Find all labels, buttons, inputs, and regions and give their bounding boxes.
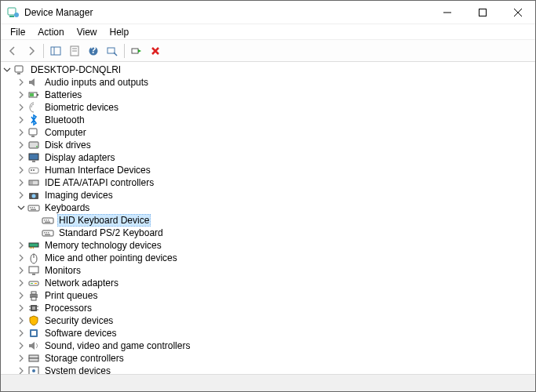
svg-rect-73	[29, 358, 38, 361]
category-monitor[interactable]: Monitors	[1, 264, 535, 277]
svg-rect-59	[31, 283, 33, 284]
back-button[interactable]	[4, 42, 21, 60]
expand-icon[interactable]	[15, 302, 27, 314]
close-button[interactable]	[500, 1, 535, 24]
expand-icon[interactable]	[15, 89, 27, 101]
menu-file[interactable]: File	[4, 25, 31, 39]
expand-icon[interactable]	[15, 151, 27, 164]
scan-hardware-button[interactable]	[104, 42, 121, 60]
node-label: Standard PS/2 Keyboard	[57, 227, 165, 238]
expand-icon[interactable]	[15, 176, 27, 189]
svg-rect-37	[32, 207, 34, 209]
svg-rect-47	[46, 232, 48, 234]
category-bt[interactable]: Bluetooth	[1, 114, 535, 126]
svg-rect-51	[30, 247, 31, 249]
separator	[43, 44, 44, 58]
expand-icon[interactable]	[15, 239, 27, 252]
expand-icon[interactable]	[15, 114, 27, 126]
node-label: Keyboards	[43, 202, 91, 213]
expand-icon[interactable]	[15, 139, 27, 151]
uninstall-device-button[interactable]	[147, 42, 164, 60]
category-hid[interactable]: Human Interface Devices	[1, 164, 535, 176]
category-mouse[interactable]: Mice and other pointing devices	[1, 252, 535, 264]
svg-rect-26	[32, 161, 35, 162]
category-sys[interactable]: System devices	[1, 365, 535, 374]
node-label: Biometric devices	[43, 102, 120, 113]
svg-point-2	[14, 13, 19, 17]
expand-icon[interactable]	[15, 126, 27, 139]
expand-icon[interactable]	[15, 314, 27, 327]
expand-icon[interactable]	[15, 365, 27, 374]
svg-rect-62	[31, 292, 36, 294]
category-kb[interactable]: Keyboards	[1, 201, 535, 214]
node-label: Memory technology devices	[43, 240, 163, 251]
category-pc[interactable]: Computer	[1, 126, 535, 139]
svg-rect-44	[45, 222, 50, 223]
menu-help[interactable]: Help	[104, 25, 136, 39]
category-cam[interactable]: Imaging devices	[1, 189, 535, 201]
kb-icon	[27, 201, 40, 214]
ide-icon	[27, 176, 40, 189]
collapse-icon[interactable]	[1, 64, 13, 76]
node-label: Batteries	[43, 89, 83, 100]
node-label: Sound, video and game controllers	[43, 340, 191, 351]
sys-icon	[27, 365, 40, 374]
node-label: Mice and other pointing devices	[43, 252, 179, 263]
category-sw[interactable]: Software devices	[1, 327, 535, 339]
expand-icon[interactable]	[15, 327, 27, 339]
pc-icon	[13, 64, 26, 76]
collapse-icon[interactable]	[15, 201, 27, 214]
category-cpu[interactable]: Processors	[1, 302, 535, 314]
expand-icon[interactable]	[15, 264, 27, 277]
help-button[interactable]: ?	[85, 42, 102, 60]
svg-rect-1	[9, 16, 14, 17]
expand-icon[interactable]	[15, 101, 27, 114]
device-tree[interactable]: DESKTOP-DCNQLRIAudio inputs and outputsB…	[1, 62, 535, 374]
svg-rect-38	[34, 207, 35, 209]
category-print[interactable]: Print queues	[1, 289, 535, 302]
expand-icon[interactable]	[15, 76, 27, 89]
svg-rect-50	[29, 243, 38, 247]
svg-rect-14	[108, 48, 115, 53]
svg-rect-46	[44, 232, 46, 234]
expand-icon[interactable]	[15, 339, 27, 352]
node-label: Audio inputs and outputs	[43, 77, 150, 88]
menu-action[interactable]: Action	[31, 25, 70, 39]
expand-icon[interactable]	[15, 289, 27, 302]
root-computer[interactable]: DESKTOP-DCNQLRI	[1, 64, 535, 76]
show-hide-console-button[interactable]	[47, 42, 64, 60]
category-mem[interactable]: Memory technology devices	[1, 239, 535, 252]
category-finger[interactable]: Biometric devices	[1, 101, 535, 114]
expand-icon[interactable]	[15, 352, 27, 365]
enable-device-button[interactable]	[128, 42, 145, 60]
node-label: Bluetooth	[43, 114, 86, 125]
maximize-button[interactable]	[465, 1, 500, 24]
titlebar: Device Manager	[1, 1, 535, 24]
category-sound[interactable]: Sound, video and game controllers	[1, 339, 535, 352]
device-item[interactable]: Standard PS/2 Keyboard	[1, 227, 535, 239]
minimize-button[interactable]	[429, 1, 465, 24]
expand-icon[interactable]	[15, 189, 27, 201]
svg-rect-25	[29, 154, 38, 160]
device-item[interactable]: HID Keyboard Device	[1, 214, 535, 227]
expand-icon[interactable]	[15, 277, 27, 289]
sec-icon	[27, 314, 40, 327]
properties-button[interactable]	[66, 42, 83, 60]
category-sec[interactable]: Security devices	[1, 314, 535, 327]
svg-point-34	[32, 194, 36, 198]
category-battery[interactable]: Batteries	[1, 89, 535, 101]
menu-view[interactable]: View	[71, 25, 104, 39]
svg-rect-28	[31, 169, 32, 171]
category-net[interactable]: Network adapters	[1, 277, 535, 289]
category-speaker[interactable]: Audio inputs and outputs	[1, 76, 535, 89]
expand-icon[interactable]	[15, 164, 27, 176]
window-controls	[429, 1, 535, 24]
forward-button[interactable]	[23, 42, 40, 60]
expand-icon[interactable]	[15, 252, 27, 264]
category-ide[interactable]: IDE ATA/ATAPI controllers	[1, 176, 535, 189]
category-storage[interactable]: Storage controllers	[1, 352, 535, 365]
mouse-icon	[27, 252, 40, 264]
category-display[interactable]: Display adapters	[1, 151, 535, 164]
category-disk[interactable]: Disk drives	[1, 139, 535, 151]
statusbar	[1, 374, 535, 391]
